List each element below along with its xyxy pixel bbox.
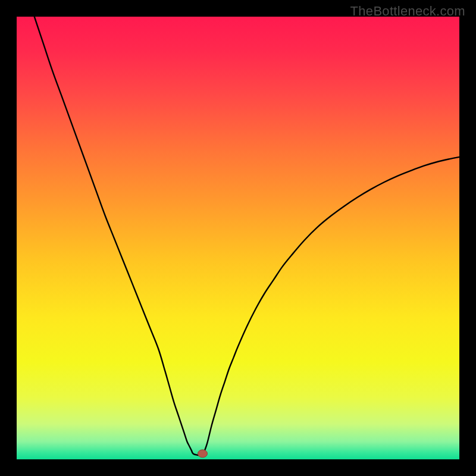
plot-area: [17, 17, 459, 459]
chart-container: TheBottleneck.com: [0, 0, 476, 476]
bottleneck-chart: [0, 0, 476, 476]
marker-dot: [198, 450, 207, 458]
